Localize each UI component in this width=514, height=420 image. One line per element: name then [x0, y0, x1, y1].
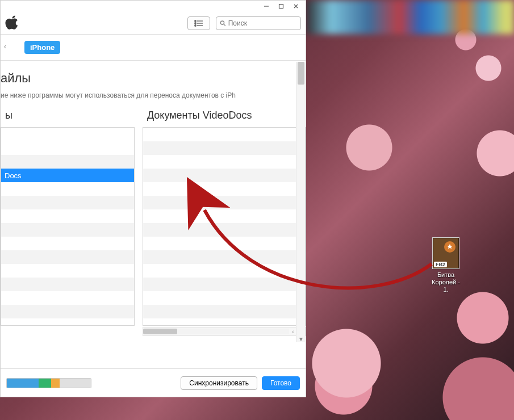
apps-column-header: ы	[1, 107, 135, 127]
file-ext-badge: FB2	[434, 262, 447, 267]
documents-column: Документы VideoDocs ‹ ›	[143, 107, 306, 334]
desktop-file-label: Битва Королей - 1.	[430, 271, 462, 293]
apps-listbox[interactable]: Docs	[1, 127, 135, 326]
apps-list-row	[1, 237, 134, 250]
window-minimize-button[interactable]	[259, 1, 274, 11]
documents-list-row[interactable]	[143, 155, 305, 169]
apps-list-row	[1, 264, 134, 278]
documents-list-row[interactable]	[143, 237, 305, 250]
documents-list-row[interactable]	[143, 169, 305, 182]
documents-list-row[interactable]	[143, 141, 305, 155]
documents-list-row[interactable]	[143, 250, 305, 264]
sync-button[interactable]: Синхронизировать	[181, 376, 257, 390]
view-list-toggle[interactable]	[187, 16, 210, 30]
documents-list-row[interactable]	[143, 209, 305, 223]
columns-area: ы Docs Документы VideoDocs ‹ ›	[1, 107, 306, 334]
desktop-dock-blur	[306, 0, 514, 34]
apps-list-row	[1, 223, 134, 237]
documents-listbox[interactable]	[143, 127, 306, 326]
apps-list-row-selected[interactable]: Docs	[1, 169, 134, 182]
capacity-bar	[6, 378, 91, 388]
documents-list-row[interactable]	[143, 128, 305, 141]
search-input[interactable]	[228, 19, 297, 27]
done-button[interactable]: Готово	[262, 376, 300, 390]
file-sharing-title: айлы	[1, 71, 306, 86]
svg-point-8	[195, 24, 196, 26]
apps-list-row[interactable]	[1, 196, 134, 209]
documents-horizontal-scrollbar[interactable]: ‹ ›	[143, 327, 306, 336]
apps-list-row	[1, 278, 134, 291]
apps-column: ы Docs	[1, 107, 135, 334]
documents-list-row[interactable]	[143, 278, 305, 291]
svg-rect-1	[279, 5, 283, 9]
svg-line-11	[224, 24, 225, 26]
apps-list-row	[1, 209, 134, 223]
window-maximize-button[interactable]	[274, 1, 289, 11]
device-bar: iPhone	[1, 35, 306, 61]
toolbar	[1, 12, 306, 35]
apps-list-row[interactable]	[1, 182, 134, 196]
file-sharing-subtitle: ие ниже программы могут использоваться д…	[1, 86, 306, 102]
apps-list-row	[1, 305, 134, 318]
documents-list-row[interactable]	[143, 182, 305, 196]
section-header: айлы ие ниже программы могут использоват…	[1, 61, 306, 107]
documents-list-row[interactable]	[143, 291, 305, 305]
svg-point-4	[195, 20, 196, 21]
back-chevron-icon[interactable]: ‹	[4, 43, 6, 51]
apps-list-row	[1, 250, 134, 264]
window-titlebar	[1, 1, 306, 12]
documents-column-header: Документы VideoDocs	[143, 107, 306, 127]
search-field-wrapper[interactable]	[216, 16, 301, 30]
scroll-down-arrow-icon[interactable]: ▼	[296, 336, 306, 342]
svg-point-6	[195, 22, 196, 23]
apps-list-row[interactable]	[1, 128, 134, 141]
apps-list-row[interactable]	[1, 155, 134, 169]
documents-list-row[interactable]	[143, 305, 305, 318]
yandex-badge-icon	[444, 241, 456, 253]
fb2-file-icon: FB2	[432, 237, 459, 269]
content-vertical-scrollbar[interactable]: ▲ ▼	[296, 62, 305, 342]
device-pill[interactable]: iPhone	[24, 41, 60, 54]
documents-list-row[interactable]	[143, 196, 305, 209]
desktop-file[interactable]: FB2 Битва Королей - 1.	[430, 237, 462, 293]
window-close-button[interactable]	[289, 1, 303, 11]
itunes-window: ‹ iPhone айлы ие ниже программы могут ис…	[0, 0, 306, 397]
apps-list-row[interactable]	[1, 141, 134, 155]
documents-list-row[interactable]	[143, 264, 305, 278]
documents-list-row[interactable]	[143, 223, 305, 237]
apple-logo-icon	[5, 15, 22, 32]
search-icon	[220, 20, 226, 27]
bottom-bar: Синхронизировать Готово	[1, 368, 306, 397]
svg-point-10	[220, 20, 224, 24]
apps-list-row	[1, 291, 134, 305]
